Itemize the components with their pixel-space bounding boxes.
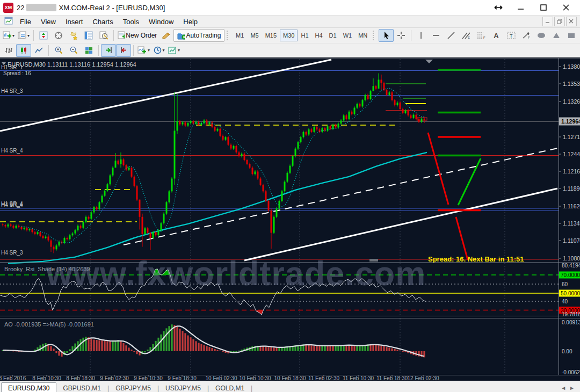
- menu-view[interactable]: View: [36, 17, 61, 27]
- zoom-out-button[interactable]: [66, 44, 81, 57]
- timeframe-d1[interactable]: D1: [326, 30, 340, 41]
- tab-eurusd-m30[interactable]: EURUSD,M30: [1, 382, 56, 392]
- menu-insert[interactable]: Insert: [61, 17, 88, 27]
- cursor-tool-button[interactable]: [379, 29, 394, 42]
- tile-windows-button[interactable]: [81, 44, 96, 57]
- new-order-label: New Order: [126, 32, 157, 39]
- time-axis-label: 10 Feb 02:30: [206, 375, 237, 381]
- timeframe-mn[interactable]: MN: [355, 30, 371, 41]
- auto-scroll-button[interactable]: [101, 44, 116, 57]
- sr-label: H4 SR_3: [1, 250, 23, 256]
- crosshair-tool-button[interactable]: [394, 29, 409, 42]
- svg-text:F: F: [528, 36, 530, 39]
- timeframe-m30[interactable]: M30: [280, 30, 298, 41]
- fibonacci-tool-button[interactable]: F: [474, 29, 489, 42]
- charts-toolbar: ▾ ▾ ▾: [0, 43, 580, 57]
- chart-area[interactable]: EURUSD,M30 1.13111 1.13116 1.12954 1.129…: [0, 57, 580, 381]
- equidistant-channel-tool-button[interactable]: E: [459, 29, 474, 42]
- tab-gbpusd-m1[interactable]: GBPUSD,M1: [56, 383, 107, 392]
- navigator-button[interactable]: [51, 29, 66, 42]
- account-prefix: 22: [17, 4, 24, 12]
- price-axis-label: 1.11070: [563, 237, 580, 244]
- vertical-line-tool-button[interactable]: [414, 29, 429, 42]
- tab-scroll-left-button[interactable]: ◄: [561, 385, 566, 391]
- timeframe-w1[interactable]: W1: [340, 30, 356, 41]
- title-bar: XM 22 XM.COM-Real 2 - [EURUSD,M30]: [0, 0, 580, 16]
- timeframe-h1[interactable]: H1: [298, 30, 311, 41]
- market-watch-button[interactable]: [36, 29, 51, 42]
- time-axis-label: 9 Feb 10:30: [134, 375, 163, 381]
- chart-window-icon[interactable]: [4, 17, 13, 27]
- chart-shift-button[interactable]: [116, 44, 131, 57]
- chevron-down-icon: ▾: [27, 33, 30, 38]
- tab-scroll-right-button[interactable]: ►: [569, 385, 575, 391]
- arrows-tool-button[interactable]: F: [519, 29, 534, 42]
- text-tool-label: A: [494, 32, 498, 40]
- menu-tools[interactable]: Tools: [118, 17, 144, 27]
- current-price-label: 1.12964: [561, 118, 580, 125]
- timeframe-m15[interactable]: M15: [262, 30, 280, 41]
- ellipse-tool-button[interactable]: [534, 29, 549, 42]
- menu-charts[interactable]: Charts: [88, 17, 118, 27]
- ao-axis-label: 0.00: [562, 349, 572, 354]
- menu-bar: File View Insert Charts Tools Window Hel…: [0, 16, 580, 28]
- tab-usdjpy-m5[interactable]: USDJPY,M5: [159, 383, 207, 392]
- text-tool-button[interactable]: A: [489, 29, 504, 42]
- resize-arrows-icon[interactable]: [491, 2, 506, 13]
- text-label-tool-button[interactable]: T: [504, 29, 519, 42]
- candlestick-chart-button[interactable]: [16, 44, 31, 57]
- sr-label: Spread : 16: [3, 70, 31, 76]
- triangle-tool-button[interactable]: [549, 29, 564, 42]
- zoom-in-button[interactable]: [51, 44, 66, 57]
- chart-background[interactable]: [0, 57, 580, 381]
- time-axis-label: 11 Feb 02:30: [308, 375, 340, 381]
- price-chart-canvas[interactable]: EURUSD,M30 1.13111 1.13116 1.12954 1.129…: [0, 57, 580, 381]
- trendline-tool-button[interactable]: [444, 29, 459, 42]
- redacted-account: [26, 4, 56, 11]
- timeframe-m5[interactable]: M5: [247, 30, 262, 41]
- menu-file[interactable]: File: [15, 17, 36, 27]
- profiles-button[interactable]: ▾: [16, 29, 31, 42]
- chevron-down-icon: ▾: [12, 33, 15, 38]
- indicators-button[interactable]: ▾: [136, 44, 151, 57]
- time-axis-label: 9 Feb 18:30: [168, 375, 197, 381]
- timeframe-m1[interactable]: M1: [233, 30, 247, 41]
- menu-window[interactable]: Window: [144, 17, 178, 27]
- chevron-down-icon: ▾: [148, 48, 150, 53]
- chevron-down-icon: ▾: [178, 48, 180, 53]
- price-axis-label: 1.11345: [563, 220, 580, 227]
- child-restore-button[interactable]: [554, 17, 565, 26]
- rectangle-tool-button[interactable]: [564, 29, 579, 42]
- price-axis-label: 1.11890: [563, 185, 580, 192]
- menu-help[interactable]: Help: [178, 17, 202, 27]
- timeframe-h4[interactable]: H4: [312, 30, 326, 41]
- time-axis-label: 8 Feb 18:30: [66, 375, 95, 381]
- favorites-button[interactable]: [66, 29, 81, 42]
- new-order-button[interactable]: New Order: [116, 29, 158, 42]
- horizontal-line-tool-button[interactable]: [429, 29, 444, 42]
- minimize-button[interactable]: [513, 2, 528, 13]
- svg-text:E: E: [468, 36, 470, 39]
- strategy-tester-button[interactable]: [96, 29, 111, 42]
- autotrading-button[interactable]: AutoTrading: [173, 29, 224, 42]
- periods-button[interactable]: ▾: [151, 44, 166, 57]
- child-close-button[interactable]: [566, 17, 577, 26]
- terminal-button[interactable]: [81, 29, 96, 42]
- rsi-axis-label: 60: [562, 281, 568, 287]
- metaeditor-button[interactable]: [158, 29, 173, 42]
- child-minimize-button[interactable]: [542, 17, 553, 26]
- tab-gbpjpy-m5[interactable]: GBPJPY,M5: [109, 383, 157, 392]
- close-button[interactable]: [559, 2, 574, 13]
- mt4-window: XM 22 XM.COM-Real 2 - [EURUSD,M30] Fil: [0, 0, 580, 392]
- window-title: 22 XM.COM-Real 2 - [EURUSD,M30]: [17, 4, 165, 12]
- templates-button[interactable]: ▾: [166, 44, 182, 57]
- maximize-button[interactable]: [536, 2, 551, 13]
- rsi-axis-label: 40: [562, 299, 568, 304]
- tab-gold-m1[interactable]: GOLD,M1: [209, 383, 251, 392]
- chart-scrollbar-thumb[interactable]: [369, 259, 378, 262]
- new-chart-button[interactable]: ▾: [1, 29, 16, 42]
- line-chart-button[interactable]: [31, 44, 46, 57]
- time-axis-label: 11 Feb 10:30: [343, 375, 374, 381]
- bar-chart-button[interactable]: [1, 44, 16, 57]
- window-title-text: XM.COM-Real 2 - [EURUSD,M30]: [59, 4, 165, 12]
